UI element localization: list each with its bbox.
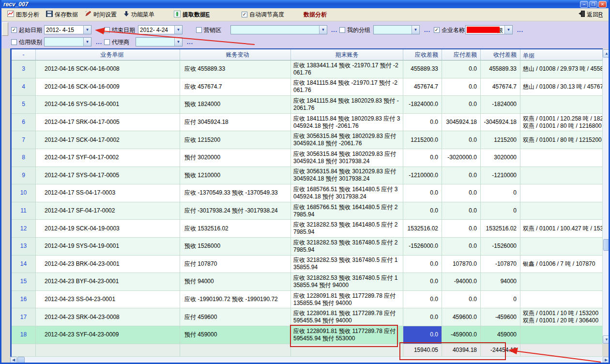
cell-net[interactable]: 457674.7 [481,78,520,96]
vertical-scrollbar[interactable]: ▲ ▼ [603,49,610,344]
cell-bills[interactable] [520,273,603,291]
cell-bills[interactable]: 双燕 / 01001 / 100.427 吨 / 153 [520,220,603,238]
cell-balance[interactable]: 应收 3056315.84 预收 1802029.83 应付 3045924.1… [291,131,403,149]
auto-height-checkbox[interactable]: ✓ [242,12,247,17]
cell-bills[interactable]: 慈山 / 01008 / 30.13 吨 / 45767 [520,78,603,96]
chevron-down-icon[interactable]: ▼ [319,26,327,34]
close-button[interactable]: ✕ [598,1,607,8]
start-date-combobox[interactable]: 2012- 4-15 ▼ [44,25,92,34]
cell-balance[interactable]: 应收 1841115.84 预收 1802029.83 应付 3045924.1… [291,114,403,132]
cell-pay[interactable]: 0.0 [442,131,481,149]
cell-change[interactable]: 预收 1210000 [180,167,291,185]
cell-balance[interactable]: 应收 3218282.53 预收 1641480.5 应付 27985.94 [291,220,403,238]
cell-num[interactable]: 16 [12,291,36,309]
cell-num[interactable]: 10 [12,184,36,202]
cell-num[interactable]: 5 [12,96,36,114]
cell-change[interactable]: 应付 3045924.18 [180,114,291,132]
scroll-up-icon[interactable]: ▲ [603,49,610,58]
table-row[interactable]: 42012-04-16 SCK-04-16-0009应收 457674.7应收 … [12,78,603,96]
cell-bills[interactable] [520,326,603,344]
save-data-button[interactable]: 保存数据 [44,10,80,20]
company-name-combobox[interactable]: 限 ▼ [465,25,513,34]
cell-bills[interactable]: 银鑫 / 01006 / 7 吨 / 107870 [520,256,603,273]
cell-recv[interactable]: 0.0 [403,184,442,202]
column-header-doc[interactable]: 业务单据 [36,49,180,61]
cell-balance[interactable]: 应收 1228091.81 预收 1177289.78 应付 595455.94… [291,326,403,344]
cell-change[interactable]: 预收 1526000 [180,238,291,256]
cell-balance[interactable]: 应收 1228091.81 预收 1177289.78 应付 135855.94… [291,291,403,309]
my-group-more-button[interactable]: ... [424,27,430,33]
marketing-area-more-button[interactable]: ... [331,27,337,33]
cell-pay[interactable]: 459600.0 [442,308,481,326]
scroll-left-icon[interactable]: ◀ [10,357,17,364]
cell-bills[interactable] [520,167,603,185]
cell-balance[interactable]: 应收 1685766.51 预收 1641480.5 应付 3045924.18… [291,184,403,202]
cell-num[interactable]: 13 [12,238,36,256]
cell-doc[interactable]: 2012-04-23 SS-04-23-0001 [36,291,180,309]
credit-level-checkbox[interactable] [11,39,17,45]
cell-pay[interactable]: 0.0 [442,220,481,238]
cell-net[interactable]: -1210000 [481,167,520,185]
column-header-change[interactable]: 账务变动 [180,49,291,61]
cell-bills[interactable]: 双燕 / 01001 / 80 吨 / 1215200 [520,131,603,149]
table-row[interactable]: 182012-04-23 SYF-04-23-0009预付 459000应收 1… [12,326,603,344]
cell-recv[interactable]: 0.0 [403,256,442,273]
cell-pay[interactable]: 107870.0 [442,256,481,273]
cell-doc[interactable]: 2012-04-16 SCK-04-16-0009 [36,78,180,96]
cell-num[interactable]: 3 [12,61,36,78]
cell-net[interactable]: 94000 [481,273,520,291]
cell-recv[interactable]: -1526000.0 [403,238,442,256]
cell-recv[interactable]: 0.0 [403,291,442,309]
table-row[interactable]: 122012-04-19 SCK-04-19-0003应收 1532516.02… [12,220,603,238]
table-row[interactable]: 102012-04-17 SS-04-17-0003应收 -1370549.33… [12,184,603,202]
cell-balance[interactable]: 应收 1841115.84 预收 1802029.83 预付 -2061.76 [291,96,403,114]
cell-net[interactable]: -1526000 [481,238,520,256]
cell-recv[interactable]: -1210000.0 [403,167,442,185]
cell-pay[interactable]: 0.0 [442,291,481,309]
cell-recv[interactable]: 455889.33 [403,61,442,78]
cell-doc[interactable]: 2012-04-23 BYF-04-23-0001 [36,273,180,291]
my-group-combobox[interactable]: ▼ [373,25,420,34]
chevron-down-icon[interactable]: ▼ [412,26,419,34]
cell-recv[interactable]: 1532516.02 [403,220,442,238]
cell-bills[interactable]: 慈山 / 01008 / 29.973 吨 / 4558 [520,61,603,78]
agent-combobox[interactable]: ▼ [136,37,183,46]
column-header-bills[interactable]: 单据 [520,49,603,61]
table-row[interactable]: 52012-04-16 SYS-04-16-0001预收 1824000应收 1… [12,96,603,114]
cell-change[interactable]: 应付 -3017938.24 预付 -3017938.24 [180,202,291,220]
chevron-down-icon[interactable]: ▼ [174,38,182,46]
marketing-area-combobox[interactable]: ▼ [230,25,327,34]
cell-doc[interactable]: 2012-04-19 SCK-04-19-0003 [36,220,180,238]
cell-num[interactable]: 8 [12,149,36,167]
cell-doc[interactable]: 2012-04-23 BRK-04-23-0001 [36,256,180,273]
cell-net[interactable]: 0 [481,184,520,202]
cell-num[interactable]: 9 [12,167,36,185]
cell-recv[interactable]: 0.0 [403,273,442,291]
cell-pay[interactable]: 3045924.18 [442,114,481,132]
cell-net[interactable]: 1532516.02 [481,220,520,238]
cell-num[interactable]: 17 [12,308,36,326]
cell-num[interactable]: 6 [12,114,36,132]
cell-recv[interactable]: 1215200.0 [403,131,442,149]
start-date-checkbox[interactable]: ✓ [11,27,17,33]
cell-doc[interactable]: 2012-04-17 SYS-04-17-0005 [36,167,180,185]
cell-net[interactable]: 0 [481,291,520,309]
cell-pay[interactable]: -3020000.0 [442,149,481,167]
cell-balance[interactable]: 应收 3056315.84 预收 1802029.83 应付 3045924.1… [291,149,403,167]
table-row[interactable]: 142012-04-23 BRK-04-23-0001应付 107870应收 3… [12,256,603,273]
cell-change[interactable]: 预付 3020000 [180,149,291,167]
cell-balance[interactable]: 应收 3218282.53 预收 3167480.5 应付 135855.94 … [291,273,403,291]
company-name-checkbox[interactable]: ✓ [434,27,440,33]
cell-num[interactable]: 15 [12,273,36,291]
cell-pay[interactable]: 0.0 [442,202,481,220]
marketing-area-checkbox[interactable] [196,27,202,33]
cell-balance[interactable]: 应收 3218282.53 预收 3167480.5 应付 27985.94 [291,238,403,256]
cell-change[interactable]: 应收 457674.7 [180,78,291,96]
cell-change[interactable]: 应收 -1370549.33 预收 -1370549.33 [180,184,291,202]
table-row[interactable]: 132012-04-19 SYS-04-19-0001预收 1526000应收 … [12,238,603,256]
cell-pay[interactable]: 0.0 [442,61,481,78]
return-button[interactable]: 返回R [579,11,605,19]
cell-net[interactable]: 3020000 [481,149,520,167]
cell-change[interactable]: 应收 1215200 [180,131,291,149]
column-header-net[interactable]: 收付差额 [481,49,520,61]
